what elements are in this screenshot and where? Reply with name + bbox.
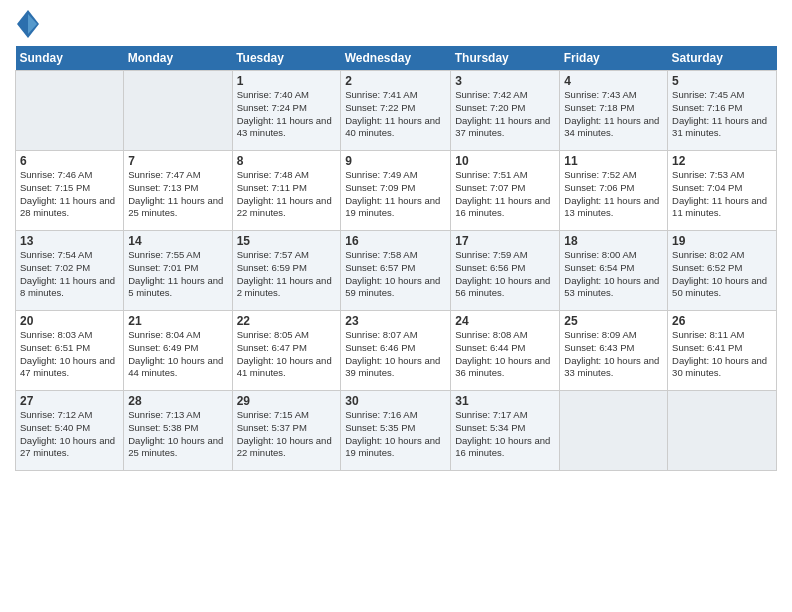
sunset-text: Sunset: 5:34 PM [455, 422, 555, 435]
daylight-text: Daylight: 10 hours and 27 minutes. [20, 435, 119, 461]
daylight-text: Daylight: 10 hours and 44 minutes. [128, 355, 227, 381]
day-info: Sunrise: 7:48 AMSunset: 7:11 PMDaylight:… [237, 169, 337, 220]
sunrise-text: Sunrise: 7:16 AM [345, 409, 446, 422]
day-number: 23 [345, 314, 446, 328]
day-info: Sunrise: 7:55 AMSunset: 7:01 PMDaylight:… [128, 249, 227, 300]
day-number: 1 [237, 74, 337, 88]
sunset-text: Sunset: 7:02 PM [20, 262, 119, 275]
calendar-cell [16, 71, 124, 151]
sunset-text: Sunset: 5:38 PM [128, 422, 227, 435]
sunrise-text: Sunrise: 8:02 AM [672, 249, 772, 262]
daylight-text: Daylight: 10 hours and 47 minutes. [20, 355, 119, 381]
sunset-text: Sunset: 6:59 PM [237, 262, 337, 275]
sunrise-text: Sunrise: 7:54 AM [20, 249, 119, 262]
day-info: Sunrise: 8:05 AMSunset: 6:47 PMDaylight:… [237, 329, 337, 380]
sunrise-text: Sunrise: 7:17 AM [455, 409, 555, 422]
daylight-text: Daylight: 10 hours and 53 minutes. [564, 275, 663, 301]
sunset-text: Sunset: 5:37 PM [237, 422, 337, 435]
day-number: 15 [237, 234, 337, 248]
sunset-text: Sunset: 7:11 PM [237, 182, 337, 195]
day-number: 27 [20, 394, 119, 408]
calendar-cell: 21Sunrise: 8:04 AMSunset: 6:49 PMDayligh… [124, 311, 232, 391]
day-number: 25 [564, 314, 663, 328]
day-info: Sunrise: 7:47 AMSunset: 7:13 PMDaylight:… [128, 169, 227, 220]
sunrise-text: Sunrise: 7:51 AM [455, 169, 555, 182]
calendar-cell: 16Sunrise: 7:58 AMSunset: 6:57 PMDayligh… [341, 231, 451, 311]
daylight-text: Daylight: 11 hours and 13 minutes. [564, 195, 663, 221]
day-number: 29 [237, 394, 337, 408]
day-header-wednesday: Wednesday [341, 46, 451, 71]
sunset-text: Sunset: 7:04 PM [672, 182, 772, 195]
calendar-week-row: 27Sunrise: 7:12 AMSunset: 5:40 PMDayligh… [16, 391, 777, 471]
day-info: Sunrise: 7:40 AMSunset: 7:24 PMDaylight:… [237, 89, 337, 140]
sunset-text: Sunset: 6:44 PM [455, 342, 555, 355]
page-container: SundayMondayTuesdayWednesdayThursdayFrid… [0, 0, 792, 481]
sunrise-text: Sunrise: 7:53 AM [672, 169, 772, 182]
calendar-week-row: 1Sunrise: 7:40 AMSunset: 7:24 PMDaylight… [16, 71, 777, 151]
day-info: Sunrise: 7:17 AMSunset: 5:34 PMDaylight:… [455, 409, 555, 460]
sunrise-text: Sunrise: 8:11 AM [672, 329, 772, 342]
sunset-text: Sunset: 7:24 PM [237, 102, 337, 115]
daylight-text: Daylight: 11 hours and 34 minutes. [564, 115, 663, 141]
sunrise-text: Sunrise: 7:46 AM [20, 169, 119, 182]
day-header-tuesday: Tuesday [232, 46, 341, 71]
sunset-text: Sunset: 6:41 PM [672, 342, 772, 355]
sunset-text: Sunset: 7:06 PM [564, 182, 663, 195]
day-info: Sunrise: 7:54 AMSunset: 7:02 PMDaylight:… [20, 249, 119, 300]
calendar-cell: 3Sunrise: 7:42 AMSunset: 7:20 PMDaylight… [451, 71, 560, 151]
day-number: 18 [564, 234, 663, 248]
calendar-cell: 14Sunrise: 7:55 AMSunset: 7:01 PMDayligh… [124, 231, 232, 311]
sunset-text: Sunset: 6:49 PM [128, 342, 227, 355]
calendar-cell [668, 391, 777, 471]
day-header-friday: Friday [560, 46, 668, 71]
calendar-cell: 26Sunrise: 8:11 AMSunset: 6:41 PMDayligh… [668, 311, 777, 391]
calendar-cell: 29Sunrise: 7:15 AMSunset: 5:37 PMDayligh… [232, 391, 341, 471]
day-info: Sunrise: 7:51 AMSunset: 7:07 PMDaylight:… [455, 169, 555, 220]
sunrise-text: Sunrise: 7:13 AM [128, 409, 227, 422]
sunrise-text: Sunrise: 7:45 AM [672, 89, 772, 102]
logo-icon [17, 10, 39, 38]
calendar-cell: 31Sunrise: 7:17 AMSunset: 5:34 PMDayligh… [451, 391, 560, 471]
day-info: Sunrise: 7:43 AMSunset: 7:18 PMDaylight:… [564, 89, 663, 140]
daylight-text: Daylight: 11 hours and 2 minutes. [237, 275, 337, 301]
sunset-text: Sunset: 5:35 PM [345, 422, 446, 435]
day-header-thursday: Thursday [451, 46, 560, 71]
day-info: Sunrise: 7:45 AMSunset: 7:16 PMDaylight:… [672, 89, 772, 140]
day-info: Sunrise: 7:41 AMSunset: 7:22 PMDaylight:… [345, 89, 446, 140]
calendar-week-row: 20Sunrise: 8:03 AMSunset: 6:51 PMDayligh… [16, 311, 777, 391]
sunset-text: Sunset: 6:46 PM [345, 342, 446, 355]
daylight-text: Daylight: 10 hours and 30 minutes. [672, 355, 772, 381]
day-number: 24 [455, 314, 555, 328]
daylight-text: Daylight: 10 hours and 33 minutes. [564, 355, 663, 381]
day-number: 16 [345, 234, 446, 248]
calendar-cell: 6Sunrise: 7:46 AMSunset: 7:15 PMDaylight… [16, 151, 124, 231]
calendar-cell: 13Sunrise: 7:54 AMSunset: 7:02 PMDayligh… [16, 231, 124, 311]
day-info: Sunrise: 8:09 AMSunset: 6:43 PMDaylight:… [564, 329, 663, 380]
calendar-cell: 2Sunrise: 7:41 AMSunset: 7:22 PMDaylight… [341, 71, 451, 151]
calendar-cell: 17Sunrise: 7:59 AMSunset: 6:56 PMDayligh… [451, 231, 560, 311]
day-header-saturday: Saturday [668, 46, 777, 71]
day-info: Sunrise: 7:13 AMSunset: 5:38 PMDaylight:… [128, 409, 227, 460]
day-info: Sunrise: 8:04 AMSunset: 6:49 PMDaylight:… [128, 329, 227, 380]
calendar-cell: 24Sunrise: 8:08 AMSunset: 6:44 PMDayligh… [451, 311, 560, 391]
sunset-text: Sunset: 6:47 PM [237, 342, 337, 355]
day-info: Sunrise: 8:08 AMSunset: 6:44 PMDaylight:… [455, 329, 555, 380]
day-info: Sunrise: 7:16 AMSunset: 5:35 PMDaylight:… [345, 409, 446, 460]
day-info: Sunrise: 8:03 AMSunset: 6:51 PMDaylight:… [20, 329, 119, 380]
sunrise-text: Sunrise: 7:43 AM [564, 89, 663, 102]
page-header [15, 10, 777, 38]
daylight-text: Daylight: 11 hours and 5 minutes. [128, 275, 227, 301]
calendar-cell: 20Sunrise: 8:03 AMSunset: 6:51 PMDayligh… [16, 311, 124, 391]
calendar-cell: 9Sunrise: 7:49 AMSunset: 7:09 PMDaylight… [341, 151, 451, 231]
day-number: 8 [237, 154, 337, 168]
sunset-text: Sunset: 7:18 PM [564, 102, 663, 115]
day-info: Sunrise: 7:15 AMSunset: 5:37 PMDaylight:… [237, 409, 337, 460]
daylight-text: Daylight: 11 hours and 19 minutes. [345, 195, 446, 221]
day-info: Sunrise: 8:07 AMSunset: 6:46 PMDaylight:… [345, 329, 446, 380]
day-number: 10 [455, 154, 555, 168]
daylight-text: Daylight: 11 hours and 28 minutes. [20, 195, 119, 221]
day-number: 4 [564, 74, 663, 88]
daylight-text: Daylight: 11 hours and 43 minutes. [237, 115, 337, 141]
calendar-week-row: 13Sunrise: 7:54 AMSunset: 7:02 PMDayligh… [16, 231, 777, 311]
daylight-text: Daylight: 10 hours and 59 minutes. [345, 275, 446, 301]
